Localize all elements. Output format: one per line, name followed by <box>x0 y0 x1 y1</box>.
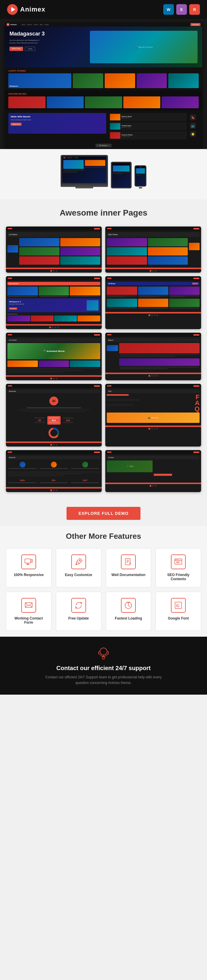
page-mock-subscribe: Subscribe ✉ $9 <box>6 384 102 447</box>
story-main: Madagascar <box>8 73 71 88</box>
story-3 <box>105 73 135 88</box>
inner-pages-title: Awesome inner Pages <box>0 199 207 224</box>
contact-form-icon <box>21 598 36 613</box>
wordpress-badge: W <box>163 4 174 15</box>
feat-movie-4 <box>123 96 161 108</box>
inner-pages-section: Left Sidebar <box>0 224 207 501</box>
inner-pages-grid: Left Sidebar <box>6 226 201 492</box>
svg-rect-9 <box>31 560 32 562</box>
view-more-btn[interactable]: View More <box>9 307 17 310</box>
feature-loading: Fastest Loading <box>106 592 151 631</box>
page-mock-single-show: All Shows <box>105 276 201 329</box>
side-movie-2: Finding Nemo Adventure • 2019 <box>109 122 187 130</box>
svg-point-19 <box>177 560 177 560</box>
watch-now-btn[interactable]: Watch Now <box>10 47 23 51</box>
page-mock-right-sidebar: Right Sidebar <box>105 226 201 273</box>
feat-movie-5 <box>161 96 199 108</box>
page-mock-faq: FAQ <box>105 384 201 447</box>
elementor-badge: E <box>176 4 187 15</box>
hero-desc: Join the adventure with Madagascar 3Euro… <box>10 39 86 45</box>
header-badges: W E R <box>163 4 200 15</box>
feature-loading-label: Fastest Loading <box>111 616 146 620</box>
watch-with-section: Waltz With Bashir Award winning animated… <box>8 113 106 134</box>
svg-rect-8 <box>26 564 29 565</box>
svg-point-10 <box>79 560 80 561</box>
svg-point-18 <box>175 560 176 560</box>
logo-icon <box>7 4 18 15</box>
story-4 <box>137 73 167 88</box>
seo-icon <box>171 554 186 569</box>
mock-navbar: Animex Home Movies Shows Blog Pages Subs… <box>5 22 202 27</box>
support-section: Contact our efficient 24/7 support Conta… <box>0 637 207 695</box>
logo-area: Animex <box>7 4 45 15</box>
svg-text:G: G <box>176 603 180 608</box>
explore-full-demo-button[interactable]: EXPLORE FULL DEMO <box>67 507 140 520</box>
page-mock-left-sidebar: Left Sidebar <box>6 226 102 273</box>
svg-rect-12 <box>126 558 130 565</box>
feature-documentation-label: Well Documentation <box>111 573 146 577</box>
page-mock-show-archive: Show Archive <box>6 276 102 329</box>
page-mock-contact: Contact 📍 Map <box>105 450 201 492</box>
features-title: Other More Features <box>6 532 201 541</box>
svg-point-30 <box>102 657 105 659</box>
responsive-section <box>0 149 207 199</box>
loading-icon <box>121 598 136 613</box>
svg-point-29 <box>100 648 107 655</box>
feature-contact-form-label: Working Contact Form <box>11 616 47 625</box>
svg-point-20 <box>177 560 178 560</box>
feature-responsive: 100% Responsive <box>6 548 51 587</box>
story-2 <box>73 73 103 88</box>
watch-btn[interactable]: Watch Now <box>11 123 22 126</box>
side-movie-3: Kung Fu Panda Comedy • 2018 <box>109 131 187 140</box>
feature-responsive-label: 100% Responsive <box>11 573 47 577</box>
feature-google-font-label: Google Font <box>160 616 196 620</box>
site-header: Animex W E R <box>0 0 207 19</box>
svg-rect-6 <box>25 559 31 563</box>
logo-text: Animex <box>20 6 45 13</box>
update-icon <box>71 598 86 613</box>
feature-customize-label: Easy Customize <box>61 573 97 577</box>
feature-movies-label: Feature Movies <box>8 93 199 95</box>
svg-rect-7 <box>27 564 29 564</box>
side-movie-1: Minions Movie Action • 2020 <box>109 113 187 121</box>
side-actions: 🔖 📺 ⭐ <box>190 113 199 137</box>
support-icon <box>96 646 111 660</box>
svg-line-24 <box>25 605 27 608</box>
customize-icon <box>71 554 86 569</box>
story-5 <box>168 73 199 88</box>
feature-documentation: Well Documentation <box>106 548 151 587</box>
page-mock-archive-movies: An Archive 🎬 Animated Movie <box>6 332 102 380</box>
feat-movie-3 <box>85 96 122 108</box>
feat-movie-1 <box>8 96 46 108</box>
feature-contact-form: Working Contact Form <box>6 592 51 631</box>
responsive-icon <box>21 554 36 569</box>
svg-line-25 <box>30 605 32 608</box>
hero-section: Animex Home Movies Shows Blog Pages Subs… <box>0 19 207 199</box>
feat-movie-2 <box>47 96 84 108</box>
explore-section: EXPLORE FULL DEMO <box>0 501 207 526</box>
all-shows-btn[interactable]: All Shows › <box>96 144 111 147</box>
feature-seo-label: SEO Friendly Contents <box>160 573 196 581</box>
feature-seo: SEO Friendly Contents <box>156 548 201 587</box>
support-desc: Contact our efficient 24/7 Support team … <box>45 675 162 686</box>
features-section: Other More Features 100% Responsive <box>0 526 207 637</box>
google-font-icon: G <box>171 598 186 613</box>
feature-update: Free Update <box>56 592 102 631</box>
features-grid: 100% Responsive Easy Customize <box>6 548 201 631</box>
feature-update-label: Free Update <box>61 616 97 620</box>
latest-stories-label: Latest Stories <box>8 70 199 72</box>
page-mock-blog: Blog In <box>105 332 201 380</box>
documentation-icon <box>121 554 136 569</box>
hero-movie-image: 🎬 Movie Scene <box>90 31 197 63</box>
support-title: Contact our efficient 24/7 support <box>6 665 201 671</box>
feature-customize: Easy Customize <box>56 548 102 587</box>
trailer-btn[interactable]: Trailer <box>25 47 35 51</box>
hero-title: Madagascar 3 <box>10 31 86 37</box>
redux-badge: R <box>189 4 200 15</box>
feature-google-font: G Google Font <box>156 592 201 631</box>
page-mock-about: About Us <box>6 450 102 492</box>
